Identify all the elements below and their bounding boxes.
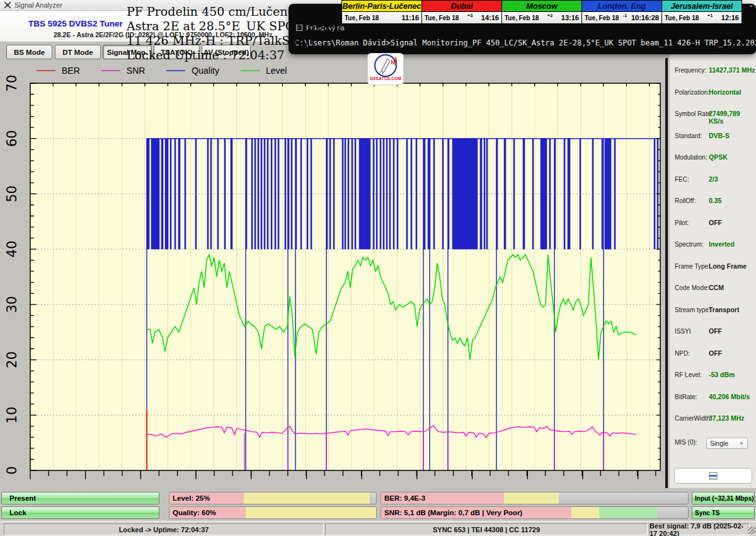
y-axis-label: 60 <box>4 130 20 147</box>
param-value: OFF <box>709 349 722 357</box>
param-value: CCM <box>709 284 724 291</box>
legend-label: Quality <box>192 66 219 76</box>
clock-utc-offset: +3 <box>467 13 473 18</box>
param-value: OFF <box>709 219 722 226</box>
bar-segment <box>599 507 658 518</box>
clock-date: Tue, Feb 18 <box>345 15 379 21</box>
progress-bar-snr: SNR: 5,1 dB (Margin: 0,7 dB | Very Poor) <box>381 506 689 519</box>
param-row-carrierwidth-: CarrierWidth:37,123 MHz <box>670 415 756 425</box>
legend-swatch <box>101 70 120 71</box>
legend-item-level: Level <box>241 66 287 76</box>
satellite-dish-icon <box>372 54 399 78</box>
overlay-caption: PF Prodelin 450 cm/Lučenec-Slovakia Astr… <box>127 4 357 62</box>
clock-time: 10:16:28 <box>631 14 659 21</box>
param-label: Pilot: <box>675 219 689 226</box>
param-label: NPD: <box>675 350 690 357</box>
statusbar: Locked -> Uptime: 72:04:37 SYNC 653 | TE… <box>0 521 756 536</box>
param-label: ISSYI <box>675 328 691 335</box>
param-label: Frame Type: <box>675 263 710 270</box>
param-value: 11427,371 MHz <box>709 66 755 74</box>
resize-grip[interactable] <box>748 527 755 534</box>
y-axis-label: 30 <box>4 296 20 313</box>
bar-label: Quality: 60% <box>173 509 216 516</box>
clock-city: Moscow <box>502 1 581 12</box>
clock-time: 14:16 <box>481 14 499 21</box>
clock-city: Jerusalem-Israel <box>662 1 742 12</box>
chart-legend: BERSNRQualityLevel <box>37 66 287 76</box>
legend-swatch <box>37 70 55 71</box>
y-axis-label: 0 <box>4 466 20 474</box>
y-axis-label: 50 <box>4 185 20 202</box>
log-button[interactable] <box>674 468 752 484</box>
clock-city: London, Eng <box>582 1 662 12</box>
clock-time: 12:16 <box>721 14 739 21</box>
param-label: Frequency: <box>675 67 706 74</box>
mode-button-dt-mode[interactable]: DT Mode <box>55 45 101 59</box>
mode-button-bs-mode[interactable]: BS Mode <box>6 45 52 59</box>
legend-label: BER <box>62 66 80 76</box>
param-label: Code Mode: <box>675 284 709 291</box>
param-label: MIS (0): <box>675 439 697 446</box>
y-axis-label: 70 <box>4 75 20 92</box>
param-row-modulation-: Modulation:QPSK <box>670 154 756 164</box>
param-label: CarrierWidth: <box>675 415 712 422</box>
clock-time: 11:16 <box>401 14 419 21</box>
param-row-spectrum-: Spectrum:Inverted <box>670 241 756 251</box>
param-label: Stream type: <box>675 306 711 313</box>
param-value: 0.35 <box>709 197 721 204</box>
param-value: Long Frame <box>709 262 747 270</box>
param-label: RF Level: <box>675 371 702 378</box>
mis-dropdown[interactable]: Single▼ <box>706 438 748 449</box>
clock-utc-offset: +1 <box>707 13 713 18</box>
param-value: -53 dBm <box>709 371 735 378</box>
clock-moscow: MoscowTue, Feb 18+213:16 <box>501 0 582 23</box>
param-value: Transport <box>709 306 739 313</box>
y-axis-label: 40 <box>4 241 20 258</box>
param-row-stream-type-: Stream type:Transport <box>670 306 756 317</box>
clock-utc-offset: +2 <box>547 13 553 18</box>
clock-dubai: DubaiTue, Feb 18+314:16 <box>421 0 502 23</box>
param-row-fec-: FEC:2/3 <box>670 176 756 186</box>
logo-text: DXSATCS.COM <box>370 76 401 81</box>
transponder-panel: Frequency:11427,371 MHzPolarization:Hori… <box>670 53 756 488</box>
param-label: Standard: <box>675 132 702 139</box>
chevron-down-icon[interactable]: ⌄ <box>747 1 755 9</box>
statusbar-best-signal: Best signal: 7,9 dB (2025-02-17 20:42) <box>649 523 750 535</box>
bar-label: SNR: 5,1 dB (Margin: 0,7 dB | Very Poor) <box>384 509 522 516</box>
param-row-issyi: ISSYIOFF <box>670 328 756 338</box>
param-row-frame-type-: Frame Type:Long Frame <box>670 263 756 273</box>
param-row-rolloff-: RollOff:0.35 <box>670 197 756 207</box>
param-row-pilot-: Pilot:OFF <box>670 219 756 230</box>
param-label: Symbol Rate: <box>675 110 713 117</box>
param-label: BitRate: <box>675 393 697 400</box>
badge-sync-ts: Sync TS <box>692 506 755 519</box>
param-label: Spectrum: <box>675 241 704 248</box>
param-row-npd-: NPD:OFF <box>670 350 756 360</box>
statusbar-lock-uptime: Locked -> Uptime: 72:04:37 <box>4 523 324 535</box>
bar-segment <box>246 507 376 518</box>
param-value: 40,206 Mbit/s <box>709 393 750 400</box>
param-row-rf-level-: RF Level:-53 dBm <box>670 371 756 382</box>
param-row-polarization-: Polarization:Horizontal <box>670 89 756 99</box>
clock-date: Tue, Feb 18 <box>505 15 539 21</box>
bar-segment <box>571 507 599 518</box>
progress-bar-quality: Quality: 60% <box>169 506 377 519</box>
param-value: 37,123 MHz <box>709 414 745 422</box>
signal-chart: 010203040506070 <box>0 0 668 504</box>
clock-utc-offset: -1 <box>623 13 627 18</box>
clock-jerusalem-israel: Jerusalem-IsraelTue, Feb 18+112:16 <box>662 0 742 23</box>
dxsatcs-logo: DXSATCS.COM <box>367 53 404 85</box>
param-value: OFF <box>709 327 722 335</box>
param-value: 27499,789 KS/s <box>709 110 756 125</box>
clock-date: Tue, Feb 18 <box>425 15 459 21</box>
legend-swatch <box>241 70 260 71</box>
param-row-standard-: Standard:DVB-S <box>670 132 756 143</box>
chevron-down-icon: ▼ <box>739 441 744 446</box>
param-row-bitrate-: BitRate:40,206 Mbit/s <box>670 393 756 404</box>
param-row-frequency-: Frequency:11427,371 MHz <box>670 67 756 77</box>
param-label: FEC: <box>675 176 689 183</box>
clock-time: 13:16 <box>561 14 579 21</box>
legend-item-quality: Quality <box>166 66 219 76</box>
param-value: 2/3 <box>709 175 718 183</box>
clock-city: Berlin-Paris-Lučenec <box>342 1 421 12</box>
